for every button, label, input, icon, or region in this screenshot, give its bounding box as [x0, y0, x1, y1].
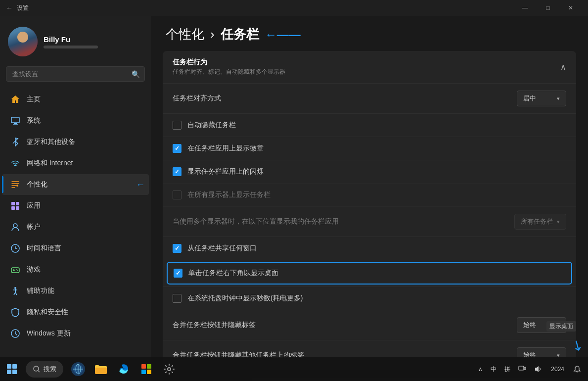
games-icon	[10, 264, 21, 275]
setting-label-autohide: 自动隐藏任务栏	[187, 121, 236, 130]
svg-rect-31	[12, 370, 17, 374]
sidebar-label-personalization: 个性化	[27, 180, 47, 189]
accessibility-icon	[10, 286, 21, 296]
sidebar-label-network: 网络和 Internet	[27, 159, 73, 168]
svg-line-25	[14, 292, 15, 295]
setting-row-badges: 在任务栏应用上显示徽章	[163, 137, 576, 160]
back-button[interactable]: ←	[6, 4, 13, 12]
taskbar-search-text: 搜索	[44, 365, 56, 374]
setting-label-combine: 合并任务栏按钮并隐藏标签	[173, 321, 256, 330]
multimonitor-value: 所有任务栏	[521, 217, 553, 226]
taskbar-app-files[interactable]	[90, 358, 112, 380]
sidebar-item-home[interactable]: 主页	[2, 89, 149, 110]
user-info: Billy Fu	[44, 35, 98, 48]
tray-notification[interactable]	[570, 363, 584, 375]
svg-rect-41	[141, 370, 146, 374]
svg-rect-28	[7, 364, 11, 369]
tray-display[interactable]	[515, 363, 529, 375]
close-button[interactable]: ✕	[559, 0, 582, 16]
sidebar: Billy Fu 🔍 主页 系统	[0, 16, 151, 381]
sidebar-item-games[interactable]: 游戏	[2, 259, 149, 280]
svg-rect-44	[519, 366, 524, 370]
setting-row-clockseconds: 在系统托盘时钟中显示秒数(耗电更多)	[163, 286, 576, 310]
updates-icon	[10, 328, 21, 339]
svg-point-7	[16, 185, 18, 187]
taskbar-search[interactable]: 搜索	[26, 361, 63, 378]
globe-icon	[71, 362, 85, 376]
svg-rect-40	[147, 364, 151, 369]
tray-ime-pinyin[interactable]: 拼	[501, 363, 513, 376]
setting-row-allmonitors: 在所有显示器上显示任务栏	[163, 183, 576, 206]
sidebar-label-accessibility: 辅助功能	[27, 286, 54, 295]
section-chevron-icon: ∧	[560, 62, 566, 72]
alignment-dropdown[interactable]: 居中 ▾	[517, 91, 566, 106]
setting-label-sharewindow: 从任务栏共享任何窗口	[187, 244, 257, 253]
svg-point-32	[34, 366, 39, 371]
multimonitor-dropdown[interactable]: 所有任务栏 ▾	[514, 214, 566, 230]
setting-label-flash: 显示任务栏应用上的闪烁	[187, 167, 264, 176]
app-container: Billy Fu 🔍 主页 系统	[0, 16, 588, 381]
tray-clock[interactable]: 2024	[547, 364, 568, 375]
sidebar-item-accessibility[interactable]: 辅助功能	[2, 281, 149, 301]
minimize-button[interactable]: —	[514, 0, 537, 16]
sidebar-label-time: 时间和语言	[27, 244, 61, 253]
taskbar: 搜索	[0, 357, 588, 381]
taskbar-app-settings[interactable]	[158, 358, 180, 380]
setting-row-alignment: 任务栏对齐方式 居中 ▾	[163, 83, 576, 113]
nav-list: 主页 系统 蓝牙和其他设备 网络和 Internet	[0, 88, 151, 381]
start-button[interactable]	[0, 357, 24, 381]
checkbox-clockseconds[interactable]	[173, 294, 181, 303]
time-icon	[10, 243, 21, 254]
taskbar-app-edge[interactable]	[113, 358, 135, 380]
setting-row-showdesktop: 单击任务栏右下角以显示桌面	[167, 262, 572, 285]
sidebar-item-accounts[interactable]: 帐户	[2, 217, 149, 238]
search-box: 🔍	[6, 66, 145, 82]
checkbox-flash[interactable]	[173, 167, 181, 176]
user-status-bar	[44, 46, 98, 48]
setting-row-multimonitor: 当使用多个显示器时，在以下位置显示我的任务栏应用 所有任务栏 ▾	[163, 206, 576, 237]
breadcrumb-current: 任务栏	[221, 26, 259, 43]
setting-label-allmonitors: 在所有显示器上显示任务栏	[187, 190, 271, 199]
sidebar-item-updates[interactable]: Windows 更新	[2, 323, 149, 344]
edge-icon	[117, 362, 131, 376]
tray-expand[interactable]: ∧	[475, 364, 486, 375]
tray-volume[interactable]	[531, 363, 545, 375]
taskbar-app-store[interactable]	[136, 358, 157, 380]
sidebar-item-apps[interactable]: 应用	[2, 195, 149, 216]
sidebar-item-bluetooth[interactable]: 蓝牙和其他设备	[2, 132, 149, 152]
setting-row-combine: 合并任务栏按钮并隐藏标签 始终 ▾	[163, 310, 576, 340]
checkbox-sharewindow[interactable]	[173, 244, 181, 253]
section-header[interactable]: 任务栏行为 任务栏对齐、标记、自动隐藏和多个显示器 ∧	[163, 51, 576, 83]
sidebar-item-system[interactable]: 系统	[2, 110, 149, 131]
setting-label-multimonitor: 当使用多个显示器时，在以下位置显示我的任务栏应用	[173, 217, 339, 226]
svg-rect-29	[12, 364, 17, 369]
sidebar-item-privacy[interactable]: 隐私和安全性	[2, 302, 149, 323]
active-arrow: ←	[136, 180, 145, 190]
checkbox-allmonitors[interactable]	[173, 190, 181, 199]
checkbox-badges[interactable]	[173, 144, 181, 153]
checkbox-autohide[interactable]	[173, 121, 181, 130]
sidebar-item-network[interactable]: 网络和 Internet	[2, 153, 149, 174]
sidebar-item-time[interactable]: 时间和语言	[2, 238, 149, 259]
user-profile[interactable]: Billy Fu	[0, 21, 151, 64]
maximize-button[interactable]: □	[537, 0, 559, 16]
section-title: 任务栏行为	[173, 58, 285, 67]
combine-dropdown[interactable]: 始终 ▾	[517, 317, 566, 333]
svg-marker-46	[535, 366, 539, 372]
sidebar-label-apps: 应用	[27, 201, 41, 210]
home-icon	[10, 94, 21, 105]
svg-line-26	[15, 292, 17, 295]
taskbar-apps	[67, 358, 180, 380]
sidebar-label-home: 主页	[27, 95, 41, 104]
setting-left-allmonitors: 在所有显示器上显示任务栏	[173, 190, 271, 199]
breadcrumb-parent[interactable]: 个性化	[166, 26, 204, 43]
sidebar-item-personalization[interactable]: 个性化 ←	[2, 174, 149, 195]
setting-left-clockseconds: 在系统托盘时钟中显示秒数(耗电更多)	[173, 294, 303, 303]
tray-ime-chinese[interactable]: 中	[488, 363, 499, 376]
checkbox-showdesktop[interactable]	[174, 269, 182, 278]
taskbar-app-globe[interactable]	[67, 358, 89, 380]
content-area: 个性化 › 任务栏 ←—— 任务栏行为 任务栏对齐、标记、自动隐藏和多个显示器 …	[151, 16, 588, 381]
svg-line-33	[38, 371, 40, 372]
search-input[interactable]	[6, 66, 145, 82]
system-tray: ∧ 中 拼 2024	[475, 363, 588, 376]
